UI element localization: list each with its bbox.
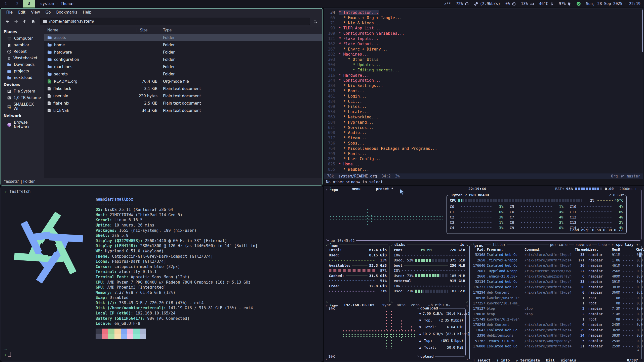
search-button[interactable] <box>311 18 319 25</box>
path-bar[interactable]: /home/nambiar/system/ <box>40 18 310 25</box>
file-row-assets[interactable]: assetsFolder <box>44 34 322 41</box>
scrollbar[interactable] <box>642 10 643 52</box>
disks-io-tab[interactable]: io <box>459 242 466 247</box>
file-row-README.org[interactable]: README.org76,4 KiBOrg-mode file <box>44 78 322 85</box>
workspace-button-2[interactable]: 2 <box>12 0 23 8</box>
proc-row-38936[interactable]: 38936kworker/u64:6-kc1root0B0.0 <box>471 295 640 301</box>
net-control-0[interactable]: sync <box>381 302 392 307</box>
home-icon <box>31 19 35 24</box>
sidebar-item-smallbox-wi-[interactable]: SMALLBOX Wi... <box>1 101 44 112</box>
sidebar-item-1-0-tb-volume[interactable]: 1,0 TB Volume <box>1 95 44 101</box>
proc-key-2[interactable]: ↵ terminate <box>514 358 541 362</box>
proc-header-User[interactable]: User: <box>586 247 608 252</box>
file-row-machines[interactable]: machinesFolder <box>44 63 322 70</box>
proc-header-Pid[interactable]: Pid: <box>471 247 487 252</box>
sidebar-item-downloads[interactable]: Downloads <box>1 61 44 68</box>
proc-row-52368[interactable]: 52368Isolated Web Co/nix/store/sm8fmrf3w… <box>471 252 640 257</box>
proc-row-178616[interactable]: 178616btopbtop2nambiar7.4M0.0 <box>471 311 640 317</box>
net-control-1[interactable]: auto <box>395 302 407 307</box>
proc-mem: 911M <box>608 252 622 257</box>
proc-header-Cpu%[interactable]: Cpu% <box>635 247 644 252</box>
proc-row-177257[interactable]: 177257kworker/10:1-mm_1root0B0.0 <box>471 301 640 306</box>
proc-row-13642[interactable]: 13642Isolated Web Co/nix/store/sm8fmrf3w… <box>471 328 640 333</box>
net-stat-value: 50.0 MiB <box>447 345 463 349</box>
menu-bookmarks[interactable]: Bookmarks <box>54 9 80 15</box>
file-row-hardware[interactable]: hardwareFolder <box>44 49 322 56</box>
proc-reverse[interactable]: reverse <box>574 242 592 247</box>
proc-header-Command[interactable]: Command: <box>525 247 575 252</box>
proc-cpu-graph <box>623 340 634 342</box>
column-header-size[interactable]: Size <box>137 28 160 32</box>
proc-row-2658[interactable]: 2658.firefox-wrappe/nix/store/sm8fmrf3wp… <box>471 258 640 263</box>
menu-view[interactable]: View <box>29 9 42 15</box>
proc-header-MemB[interactable]: MemB <box>608 247 622 252</box>
refresh-rate[interactable]: - 2000ms + <box>614 186 638 191</box>
fastfetch-key: Disk (/): <box>96 301 119 305</box>
file-row-home[interactable]: homeFolder <box>44 41 322 49</box>
proc-row-176000[interactable]: 176000Isolated Web Co/nix/store/sm8fmrf3… <box>471 344 640 349</box>
proc-scrollbar-thumb[interactable] <box>639 252 641 257</box>
proc-filter[interactable]: filter <box>491 242 507 247</box>
forward-button[interactable] <box>12 18 20 25</box>
org-heading-line: 484 * CLI... <box>324 99 643 104</box>
proc-row-51762[interactable]: 51762.emacs-31.0.50-/nix/store/wnqz5pa8r… <box>471 338 640 344</box>
file-row-LICENSE[interactable]: LICENSE34,3 KiBPlain text document <box>44 107 322 114</box>
file-row-user.nix[interactable]: user.nix229 bytesPlain text document <box>44 92 322 100</box>
mem-tab[interactable]: 2mem <box>329 242 339 247</box>
sidebar-item-nambiar[interactable]: nambiar <box>1 42 44 48</box>
file-row-configuration[interactable]: configurationFolder <box>44 56 322 63</box>
proc-key-4[interactable]: signals <box>559 358 577 362</box>
workspace-button-3[interactable]: 3 <box>23 0 35 8</box>
proc-row-178248[interactable]: 178248Web Content/nix/store/sm8fmrf3wps4… <box>471 322 640 327</box>
disk-used-value: 185 MiB <box>450 274 465 278</box>
file-row-flake.nix[interactable]: flake.nix2,5 KiBPlain text document <box>44 100 322 107</box>
cpu-tab-menu[interactable]: menu <box>350 186 362 191</box>
sidebar-item-recent[interactable]: Recent <box>1 48 44 55</box>
proc-row-176223[interactable]: 176223Isolated Web Co/nix/store/sm8fmrf3… <box>471 285 640 290</box>
disk-entries: root▼4.6M720 GiBIO%Used: 52%375 GiBboot2… <box>391 245 468 294</box>
proc-sort[interactable]: ← cpu lazy → <box>610 242 639 247</box>
proc-key-1[interactable]: ↓ info <box>495 358 511 362</box>
sidebar-item-computer[interactable]: Computer <box>1 35 44 42</box>
sidebar-item-projects[interactable]: projects <box>1 68 44 74</box>
proc-cpu-graph <box>623 303 634 304</box>
menu-go[interactable]: Go <box>43 9 53 15</box>
proc-row-178294[interactable]: 178294Web Content/nix/store/sm8fmrf3wps4… <box>471 290 640 295</box>
sidebar-item-nextcloud[interactable]: nextcloud <box>1 74 44 81</box>
proc-header-Threads[interactable]: Threads: <box>575 247 586 252</box>
proc-key-3[interactable]: kill <box>545 358 556 362</box>
cpu-tab-cpu[interactable]: 1cpu <box>329 186 339 191</box>
cpu-tab-preset[interactable]: preset * <box>375 186 395 191</box>
menu-file[interactable]: File <box>4 9 15 15</box>
proc-cpu: 0.0 <box>635 322 644 327</box>
proc-row-175749[interactable]: 175749kworker/6:2-even1root0B0.0 <box>471 317 640 322</box>
back-button[interactable] <box>4 18 12 25</box>
workspace-button-1[interactable]: 1 <box>0 0 12 8</box>
sidebar-item-browse-network[interactable]: Browse Network <box>1 119 44 130</box>
sidebar-item-wastebasket[interactable]: Wastebasket <box>1 55 44 61</box>
proc-key-0[interactable]: ↑ select <box>472 358 492 362</box>
proc-percore[interactable]: per-core <box>549 242 569 247</box>
proc-row-179127[interactable]: 179127btopbtop2nambiar7.3M0.0 <box>471 306 640 311</box>
proc-row-2660[interactable]: 2660.emacs-31.0.50-/nix/store/wnqz5pa8ra… <box>471 274 640 279</box>
proc-header-Program[interactable]: Program: <box>487 247 525 252</box>
file-row-secrets[interactable]: secretsFolder <box>44 70 322 78</box>
org-heading-line: 282* Machines... <box>324 52 643 57</box>
proc-tree[interactable]: tree <box>597 242 608 247</box>
proc-row-3390[interactable]: 3390WebExtensions/nix/store/sm8fmrf3wps4… <box>471 333 640 338</box>
menu-help[interactable]: Help <box>80 9 94 15</box>
menu-edit[interactable]: Edit <box>16 9 28 15</box>
column-header-type[interactable]: Type <box>160 28 322 32</box>
sidebar-item-file-system[interactable]: File System <box>1 88 44 95</box>
mem-value: 61.4 GiB <box>369 248 387 252</box>
proc-row-52134[interactable]: 52134Isolated Web Co/nix/store/sm8fmrf3w… <box>471 279 640 284</box>
proc-pid: 178616 <box>471 311 487 317</box>
proc-row-176646[interactable]: 176646Isolated Web Co/nix/store/sm8fmrf3… <box>471 263 640 268</box>
home-button[interactable] <box>29 18 37 25</box>
column-header-name[interactable]: Name <box>44 28 137 32</box>
net-scale-top: 10K <box>328 307 335 311</box>
proc-pid: 2658 <box>471 258 487 263</box>
proc-row-2601[interactable]: 2601.Hyprland-wrapp/run/current-system/s… <box>471 268 640 274</box>
file-row-flake.lock[interactable]: flake.lock3,1 KiBPlain text document <box>44 85 322 92</box>
up-button[interactable] <box>21 18 29 25</box>
